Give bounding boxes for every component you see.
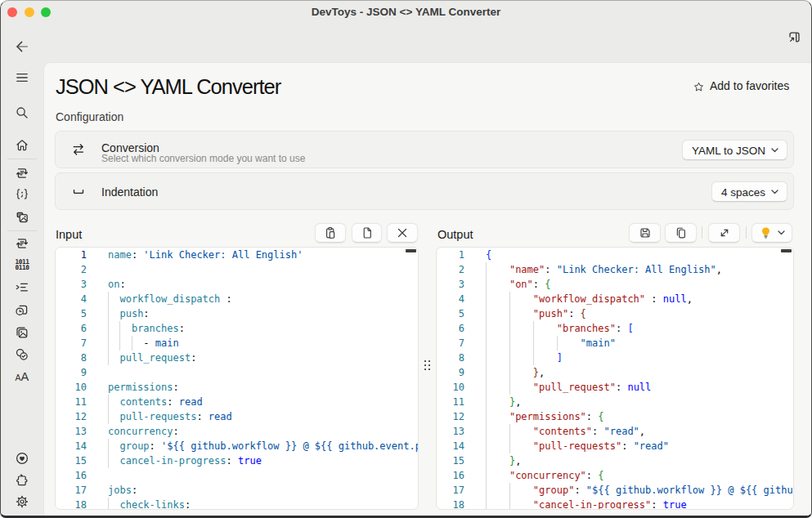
app-window: DevToys - JSON <> YAML Converter 1011011…: [0, 0, 812, 518]
chevron-down-icon: [771, 148, 778, 153]
code-line: 18 "cancel-in-progress": true: [437, 498, 793, 510]
line-number: 6: [56, 321, 87, 336]
code-line: 1{: [437, 248, 793, 262]
gripper-dot: [428, 364, 430, 366]
code-line: 8 ]: [437, 351, 793, 365]
code-line: 10permissions:: [56, 380, 418, 395]
code-text: concurrency:: [108, 424, 179, 439]
line-number: 10: [56, 380, 87, 395]
gripper-dot: [428, 368, 430, 370]
code-text: "main": [486, 336, 616, 351]
code-text: - main: [108, 336, 179, 351]
line-number: 5: [437, 306, 464, 321]
code-text: },: [486, 365, 545, 380]
load-file-button[interactable]: [352, 223, 382, 243]
code-line: 14 "pull-requests": "read": [437, 439, 793, 453]
code-line: 1name: 'Link Checker: All English': [56, 248, 418, 262]
line-number: 4: [437, 292, 464, 306]
line-number: 4: [56, 292, 87, 306]
line-number: 14: [56, 439, 87, 453]
output-editor[interactable]: 1{2 "name": "Link Checker: All English",…: [436, 247, 794, 510]
code-text: on:: [108, 277, 126, 292]
line-number: 1: [56, 248, 87, 262]
add-to-favorites-button[interactable]: Add to favorites: [693, 79, 790, 93]
code-text: ]: [486, 351, 563, 365]
line-number: 1: [437, 248, 464, 262]
code-line: 9: [56, 365, 418, 380]
code-text: cancel-in-progress: true: [108, 453, 262, 468]
line-number: 13: [56, 424, 87, 439]
line-number: 2: [56, 262, 87, 277]
code-text: workflow_dispatch :: [108, 292, 232, 306]
input-label: Input: [56, 228, 82, 242]
indentation-dropdown[interactable]: 4 spaces: [711, 181, 787, 202]
line-number: 7: [437, 336, 464, 351]
line-number: 6: [437, 321, 464, 336]
code-line: 6 branches:: [56, 321, 418, 336]
line-number: 15: [437, 453, 464, 468]
line-number: 9: [56, 365, 87, 380]
code-line: 2: [56, 262, 418, 277]
line-number: 8: [56, 351, 87, 365]
gripper-dot: [424, 360, 426, 362]
line-number: 3: [437, 277, 464, 292]
output-label: Output: [437, 228, 473, 242]
code-text: contents: read: [108, 395, 203, 409]
main-panel: JSON <> YAML Converter Add to favorites …: [43, 62, 811, 516]
code-text: pull_request:: [108, 351, 196, 365]
line-number: 16: [437, 468, 464, 483]
line-number: 12: [56, 409, 87, 424]
code-text: "contents": "read",: [486, 424, 645, 439]
line-number: 2: [437, 262, 464, 277]
code-line: 10 "pull_request": null: [437, 380, 793, 395]
code-text: "group": "${{ github.workflow }} @ ${{ g…: [486, 483, 794, 498]
line-number: 3: [56, 277, 87, 292]
code-text: "branches": [: [486, 321, 634, 336]
code-text: "pull-requests": "read": [486, 439, 669, 453]
indentation-value: 4 spaces: [721, 185, 765, 198]
paste-button[interactable]: [315, 223, 346, 243]
code-line: 4 "workflow_dispatch" : null,: [437, 292, 793, 306]
code-line: 9 },: [437, 365, 793, 380]
code-text: pull-requests: read: [108, 409, 232, 424]
code-line: 2 "name": "Link Checker: All English",: [437, 262, 793, 277]
save-button[interactable]: [629, 223, 661, 243]
file-icon: [361, 226, 374, 239]
line-number: 18: [56, 498, 87, 510]
code-line: 13concurrency:: [56, 424, 418, 439]
code-line: 11 contents: read: [56, 395, 418, 409]
code-line: 17 "group": "${{ github.workflow }} @ ${…: [437, 483, 793, 498]
code-text: "on": {: [486, 277, 551, 292]
line-number: 11: [56, 395, 87, 409]
copy-button[interactable]: [665, 223, 697, 243]
line-number: 17: [56, 483, 87, 498]
line-number: 14: [437, 439, 464, 453]
code-text: "workflow_dispatch" : null,: [486, 292, 693, 306]
expand-button[interactable]: [708, 223, 740, 243]
page-title: JSON <> YAML Converter: [56, 74, 280, 99]
toolbar-divider: [746, 226, 747, 239]
code-line: 5 "push": {: [437, 306, 793, 321]
conversion-mode-dropdown[interactable]: YAML to JSON: [682, 140, 787, 160]
line-number: 8: [437, 351, 464, 365]
indentation-setting-card: Indentation: [55, 172, 794, 210]
gripper-dot: [424, 368, 426, 370]
code-line: 5 push:: [56, 306, 418, 321]
code-line: 12 pull-requests: read: [56, 409, 418, 424]
line-number: 11: [437, 395, 464, 409]
space-character-icon: [71, 184, 86, 199]
code-text: "concurrency": {: [486, 468, 604, 483]
conversion-subtitle: Select which conversion mode you want to…: [101, 153, 305, 165]
smart-detection-dropdown[interactable]: [751, 223, 792, 243]
clear-input-button[interactable]: [387, 223, 418, 243]
input-editor[interactable]: 1name: 'Link Checker: All English'23on:4…: [55, 247, 419, 510]
code-text: name: 'Link Checker: All English': [108, 248, 303, 262]
code-line: 3on:: [56, 277, 418, 292]
line-number: 10: [437, 380, 464, 395]
code-line: 7 "main": [437, 336, 793, 351]
code-line: 7 - main: [56, 336, 418, 351]
panel-resize-gripper[interactable]: [423, 359, 432, 372]
gripper-dot: [424, 364, 426, 366]
line-number: 16: [56, 468, 87, 483]
line-number: 18: [437, 498, 464, 510]
